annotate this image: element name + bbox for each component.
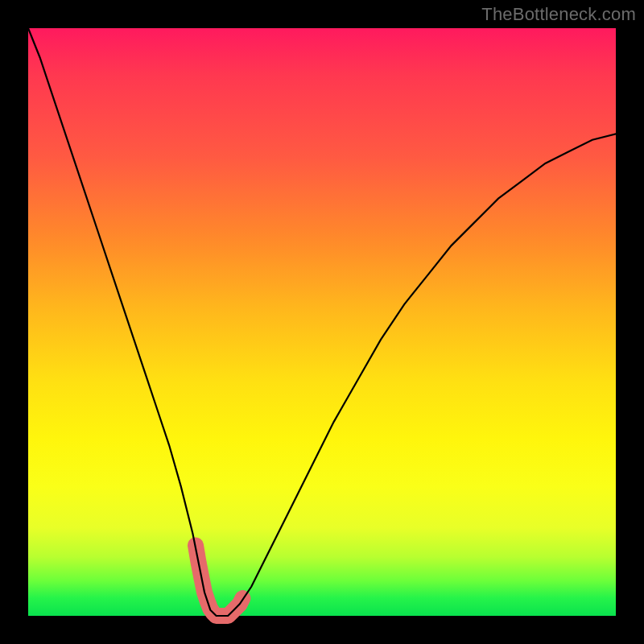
- watermark-text: TheBottleneck.com: [481, 4, 636, 25]
- curve-layer: [28, 28, 616, 616]
- plot-area: [28, 28, 616, 616]
- chart-frame: TheBottleneck.com: [0, 0, 644, 644]
- bottleneck-curve-path: [28, 28, 616, 616]
